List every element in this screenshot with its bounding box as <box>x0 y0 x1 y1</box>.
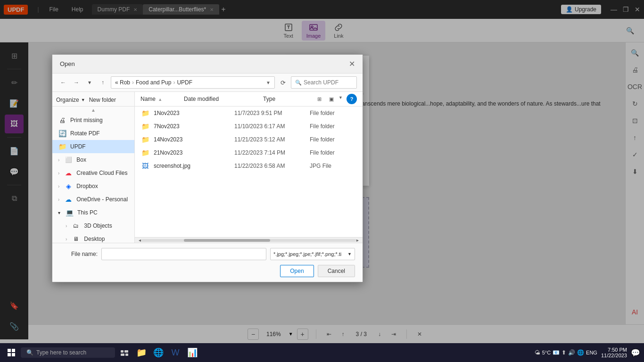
sidebar-item-creative-cloud[interactable]: › ☁ Creative Cloud Files <box>52 166 134 180</box>
organize-button[interactable]: Organize ▼ <box>56 97 85 103</box>
list-view-button[interactable]: ⊞ <box>314 94 324 104</box>
breadcrumb-item-updf[interactable]: UPDF <box>177 79 192 86</box>
sidebar-item-this-pc[interactable]: ▾ 💻 This PC <box>52 206 134 219</box>
col-header-date[interactable]: Date modified <box>184 96 259 102</box>
cc-icon: ☁ <box>64 169 73 177</box>
svg-rect-8 <box>124 350 128 353</box>
breadcrumb-bar[interactable]: « Rob › Food and Pup › UPDF ▼ <box>111 76 275 89</box>
scrollbar-thumb[interactable] <box>184 239 270 242</box>
open-file-dialog: Open ✕ ← → ▾ ↑ « Rob › Food and Pup › UP… <box>52 54 363 282</box>
breadcrumb-item-food[interactable]: Food and Pup <box>136 79 171 86</box>
systray-area: 🌤 5°C 📧 ⬆ 🔊 🌐 ENG <box>535 349 597 356</box>
systray-icon4: 🌐 <box>577 349 584 356</box>
taskbar-search[interactable]: 🔍 Type here to search <box>21 347 115 358</box>
dialog-title-bar: Open ✕ <box>52 55 363 74</box>
file-row[interactable]: 📁 1Nov2023 11/7/2023 9:51 PM File folder <box>135 107 363 120</box>
breadcrumb-dropdown-icon[interactable]: ▼ <box>266 80 271 85</box>
nav-back-button[interactable]: ← <box>58 77 68 88</box>
systray-icon3: 🔊 <box>568 349 575 356</box>
name-sort-icon: ▲ <box>158 97 162 102</box>
file-row[interactable]: 📁 7Nov2023 11/10/2023 6:17 AM File folde… <box>135 120 363 133</box>
dialog-title-text: Open <box>60 60 75 67</box>
filename-row: File name: *.jpg;*.jpeg;*.jpe;*.jfif;*.p… <box>60 248 355 260</box>
sidebar-item-print-missing[interactable]: 🖨 Print missing <box>52 114 134 127</box>
col-header-name[interactable]: Name ▲ <box>140 96 180 102</box>
jpg-icon-screenshot: 🖼 <box>140 161 150 171</box>
this-pc-icon: 💻 <box>65 208 74 217</box>
preview-view-button[interactable]: ▣ <box>326 94 337 104</box>
file-row[interactable]: 🖼 screenshot.jpg 11/22/2023 6:58 AM JPG … <box>135 159 363 173</box>
3dobjects-icon: 🗂 <box>72 222 80 230</box>
scroll-right-arrow[interactable]: ▸ <box>356 238 359 243</box>
view-dropdown[interactable]: ▼ <box>339 94 343 104</box>
this-pc-expand-icon: ▾ <box>58 210 60 215</box>
sidebar-item-3d-objects[interactable]: › 🗂 3D Objects <box>52 219 134 232</box>
new-folder-button[interactable]: New folder <box>89 97 116 103</box>
nav-dropdown-button[interactable]: ▾ <box>84 77 95 88</box>
box-expand-icon: › <box>58 157 59 163</box>
open-button[interactable]: Open <box>280 265 314 277</box>
taskbar-app5[interactable]: 📊 <box>185 345 200 360</box>
dialog-sidebar: Organize ▼ New folder ▲ 🖨 Print missing <box>52 92 135 243</box>
folder-icon-7nov: 📁 <box>140 122 150 131</box>
svg-rect-9 <box>121 354 124 356</box>
dialog-buttons: Open Cancel <box>60 265 355 277</box>
taskbar-file-explorer[interactable]: 📁 <box>134 345 149 360</box>
svg-rect-7 <box>121 350 124 353</box>
weather-icon: 🌤 <box>535 349 540 356</box>
search-icon-dialog: 🔍 <box>295 80 302 86</box>
sidebar-item-dropbox[interactable]: › ◈ Dropbox <box>52 180 134 193</box>
onedrive-expand-icon: › <box>58 197 59 202</box>
sidebar-item-onedrive[interactable]: › ☁ OneDrive - Personal <box>52 193 134 206</box>
notification-icon[interactable]: 💬 <box>631 348 640 357</box>
folder-icon-21nov: 📁 <box>140 148 150 157</box>
sidebar-item-updf[interactable]: 📁 UPDF <box>52 140 134 153</box>
scrollbar-track[interactable] <box>141 239 356 242</box>
desktop-expand-icon: › <box>66 237 67 242</box>
svg-rect-10 <box>125 354 128 356</box>
dialog-nav-toolbar: ← → ▾ ↑ « Rob › Food and Pup › UPDF ▼ ⟳ … <box>52 74 363 92</box>
taskbar-right-area: 🌤 5°C 📧 ⬆ 🔊 🌐 ENG 7:50 PM 11/22/2023 💬 <box>535 347 640 358</box>
horizontal-scrollbar[interactable]: ◂ ▸ <box>135 237 363 243</box>
sidebar-item-rotate-pdf[interactable]: 🔄 Rotate PDF <box>52 127 134 140</box>
sidebar-item-box[interactable]: › ⬜ Box <box>52 153 134 166</box>
dialog-sidebar-toolbar: Organize ▼ New folder <box>52 94 134 107</box>
box-icon: ⬜ <box>64 156 73 164</box>
svg-rect-5 <box>8 353 11 356</box>
cancel-button[interactable]: Cancel <box>318 265 355 277</box>
col-header-type[interactable]: Type <box>263 96 310 102</box>
search-bar: 🔍 <box>291 76 357 89</box>
dialog-content-area: Organize ▼ New folder ▲ 🖨 Print missing <box>52 92 363 243</box>
3dobjects-expand-icon: › <box>66 223 67 229</box>
svg-rect-4 <box>12 349 15 352</box>
taskbar-chrome[interactable]: 🌐 <box>151 345 166 360</box>
refresh-button[interactable]: ⟳ <box>278 77 288 88</box>
file-row[interactable]: 📁 21Nov2023 11/22/2023 7:14 PM File fold… <box>135 146 363 159</box>
view-icons: ⊞ ▣ ▼ <box>314 94 343 104</box>
help-button[interactable]: ? <box>347 94 357 104</box>
nav-forward-button[interactable]: → <box>71 77 82 88</box>
updf-folder-icon: 📁 <box>58 142 66 151</box>
svg-rect-6 <box>12 353 15 356</box>
nav-up-button[interactable]: ↑ <box>98 77 108 88</box>
sidebar-scroll-area: ▲ 🖨 Print missing 🔄 Rotate PDF 📁 UPDF <box>52 107 134 243</box>
taskbar-word[interactable]: W <box>168 345 183 360</box>
search-input[interactable] <box>304 79 353 86</box>
start-button[interactable] <box>4 345 19 360</box>
filename-input[interactable] <box>101 248 266 260</box>
file-row[interactable]: 📁 14Nov2023 11/21/2023 5:12 AM File fold… <box>135 133 363 146</box>
systray-icon1: 📧 <box>553 349 560 356</box>
onedrive-icon: ☁ <box>64 195 73 204</box>
print-missing-icon: 🖨 <box>58 116 66 124</box>
column-headers: Name ▲ Date modified Type ⊞ ▣ ▼ <box>135 92 363 107</box>
windows-taskbar: 🔍 Type here to search 📁 🌐 W 📊 🌤 5°C 📧 ⬆ … <box>0 343 644 362</box>
cc-expand-icon: › <box>58 171 59 176</box>
filetype-dropdown[interactable]: *.jpg;*.jpeg;*.jpe;*.jfif;*.png;*.ti ▼ <box>270 248 355 260</box>
sidebar-item-desktop[interactable]: › 🖥 Desktop <box>52 232 134 243</box>
taskbar-task-view[interactable] <box>117 345 132 360</box>
dialog-close-button[interactable]: ✕ <box>349 59 355 68</box>
filetype-dropdown-icon: ▼ <box>347 252 352 256</box>
scroll-up-indicator: ▲ <box>52 107 134 114</box>
taskbar-time[interactable]: 7:50 PM 11/22/2023 <box>601 347 627 358</box>
systray-icon2: ⬆ <box>561 349 566 356</box>
